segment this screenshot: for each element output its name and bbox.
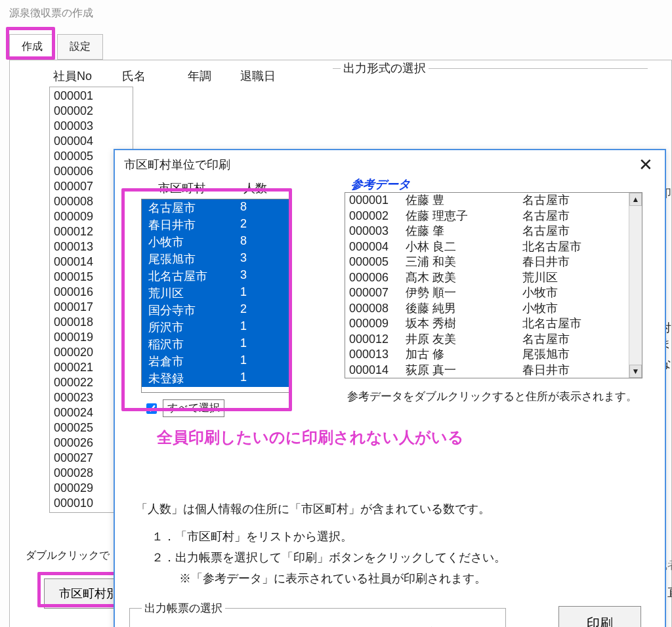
col-adjust: 年調 [188,68,240,84]
col-emp-no: 社員No [53,68,122,84]
help-step-2: ２．出力帳票を選択して「印刷」ボタンをクリックしてください。 [152,547,652,568]
reference-row[interactable]: 000004小林 良二北名古屋市 [345,239,642,255]
output-report-group: 出力帳票の選択 給与支払報告書 源泉徴収票 両方 [129,601,506,627]
print-button[interactable]: 印刷 [558,606,641,628]
reference-row[interactable]: 000013加古 修尾張旭市 [345,347,642,363]
municipality-row[interactable]: 小牧市8 [142,233,291,251]
municipality-row[interactable]: 荒川区1 [142,285,291,302]
reference-row[interactable]: 000005三浦 和美春日井市 [345,254,642,270]
municipality-list[interactable]: 名古屋市8春日井市2小牧市8尾張旭市3北名古屋市3荒川区1国分寺市2所沢市1稲沢… [141,199,292,393]
count-header: 人数 [243,180,267,196]
muni-header: 市区町村 [158,180,243,196]
reference-row[interactable]: 000014荻原 真一春日井市 [345,363,642,378]
output-format-legend: 出力形式の選択 [341,60,429,76]
scrollbar[interactable]: ▲ ▼ [629,193,642,378]
list-item[interactable]: 000003 [54,119,129,134]
list-item[interactable]: 000002 [54,104,129,119]
reference-row[interactable]: 000007伊勢 順一小牧市 [345,285,642,301]
municipality-row[interactable]: 未登録1 [142,370,291,387]
tab-settings[interactable]: 設定 [57,34,103,60]
select-all-label[interactable]: すべて選択 [163,399,224,417]
municipality-row[interactable]: 尾張旭市3 [142,251,291,268]
municipality-row[interactable]: 北名古屋市3 [142,268,291,285]
close-icon[interactable]: ✕ [633,155,658,174]
tab-panel: 社員No 氏名 年調 退職日 0000010000020000030000040… [9,60,672,627]
municipality-row[interactable]: 春日井市2 [142,216,291,233]
reference-row[interactable]: 000002佐藤 理恵子名古屋市 [345,209,642,224]
double-click-hint: ダブルクリックで [26,549,110,563]
municipality-row[interactable]: 所沢市1 [142,319,291,336]
municipality-row[interactable]: 岩倉市1 [142,353,291,370]
municipality-row[interactable]: 国分寺市2 [142,302,291,319]
help-text: 「 「人数」は個人情報の住所に「市区町村」が含まれている数です。 １．「市区町村… [128,477,652,589]
reference-row[interactable]: 000009坂本 秀樹北名古屋市 [345,316,642,332]
annotation-text: 全員印刷したいのに印刷されない人がいる [157,427,464,448]
select-all-checkbox[interactable] [146,403,157,414]
reference-data-list[interactable]: 000001佐藤 豊名古屋市000002佐藤 理恵子名古屋市000003佐藤 肇… [345,192,642,378]
help-step-1: １．「市区町村」をリストから選択。 [152,526,652,547]
list-item[interactable]: 000001 [54,89,129,104]
col-retire: 退職日 [240,68,306,84]
window-title: 源泉徴収票の作成 [0,0,672,24]
tab-create[interactable]: 作成 [9,34,55,60]
reference-hint: 参考データをダブルクリックすると住所が表示されます。 [347,389,637,404]
scroll-down-icon[interactable]: ▼ [629,365,642,378]
scroll-up-icon[interactable]: ▲ [629,193,642,206]
reference-data-header: 参考データ [351,176,410,192]
muni-print-dialog: 市区町村単位で印刷 ✕ 市区町村 人数 名古屋市8春日井市2小牧市8尾張旭市3北… [114,149,666,627]
reference-row[interactable]: 000012井原 友美名古屋市 [345,332,642,348]
reference-row[interactable]: 000008後藤 純男小牧市 [345,301,642,317]
help-step-3: ※「参考データ」に表示されている社員が印刷されます。 [179,568,652,589]
help-line-2: 「人数」は個人情報の住所に「市区町村」が含まれている数です。 [136,498,652,519]
municipality-row[interactable]: 稲沢市1 [142,336,291,353]
reference-row[interactable]: 000003佐藤 肇名古屋市 [345,224,642,239]
output-report-legend: 出力帳票の選択 [142,601,225,616]
output-format-group: 出力形式の選択 [333,60,648,88]
reference-row[interactable]: 000006髙木 政美荒川区 [345,270,642,286]
list-item[interactable]: 000004 [54,134,129,149]
reference-row[interactable]: 000001佐藤 豊名古屋市 [345,193,642,209]
municipality-row[interactable]: 名古屋市8 [142,199,291,216]
tab-bar: 作成 設定 [9,33,672,60]
col-name: 氏名 [122,68,188,84]
dialog-title: 市区町村単位で印刷 [124,157,230,172]
